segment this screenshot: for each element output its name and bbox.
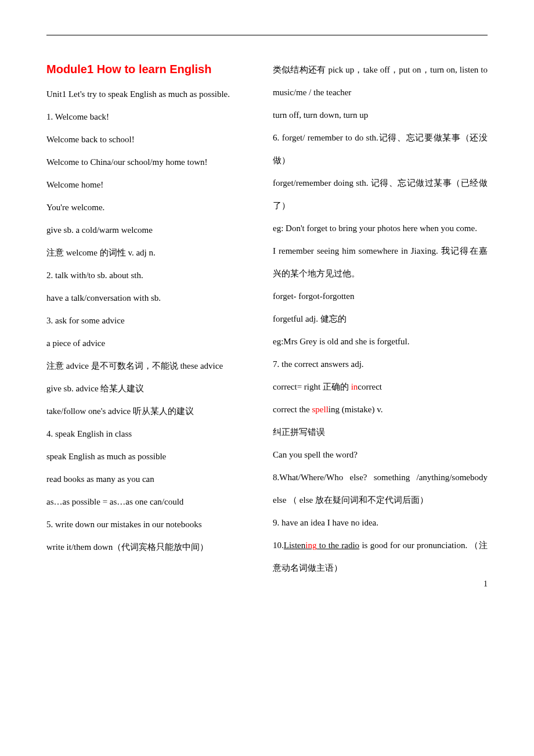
span-line: 类似结构还有 pick up，take off，put on，turn on, … — [273, 59, 488, 104]
body-line: eg: Don't forget to bring your photos he… — [273, 217, 488, 240]
body-line: read books as many as you can — [46, 468, 261, 491]
content-columns: Module1 How to learn English Unit1 Let's… — [46, 59, 488, 579]
body-line: as…as possible = as…as one can/could — [46, 491, 261, 513]
body-line: You're welcome. — [46, 196, 261, 219]
body-line: I remember seeing him somewhere in Jiaxi… — [273, 240, 488, 285]
body-line: a piece of advice — [46, 332, 261, 355]
body-line: 注意 welcome 的词性 v. adj n. — [46, 242, 261, 264]
line-correct: correct= right 正确的 incorrect — [273, 376, 488, 398]
body-line: give sb. a cold/warm welcome — [46, 219, 261, 242]
body-line: forget/remember doing sth. 记得、忘记做过某事（已经做… — [273, 172, 488, 217]
column-2-content-b: 纠正拼写错误 Can you spell the word?8.What/Whe… — [273, 421, 488, 534]
body-line: 注意 advice 是不可数名词，不能说 these advice — [46, 355, 261, 377]
highlight-spell: spell — [312, 405, 328, 414]
underline-listen: Listening to the radio — [284, 541, 359, 550]
body-line: eg:Mrs Grey is old and she is forgetful. — [273, 330, 488, 353]
top-rule — [46, 35, 488, 35]
line-listen: 10.Listening to the radio is good for ou… — [273, 534, 488, 579]
body-line: take/follow one's advice 听从某人的建议 — [46, 400, 261, 423]
body-line: 5. write down our mistakes in our notebo… — [46, 513, 261, 536]
body-line: have a talk/conversation with sb. — [46, 287, 261, 309]
body-line: Welcome back to school! — [46, 128, 261, 151]
page: Module1 How to learn English Unit1 Let's… — [0, 0, 534, 603]
body-line: 2. talk with/to sb. about sth. — [46, 264, 261, 287]
text: correct= right 正确的 — [273, 382, 351, 391]
body-line: Unit1 Let's try to speak English as much… — [46, 83, 261, 106]
body-line: 9. have an idea I have no idea. — [273, 512, 488, 534]
text: ing (mistake) v. — [329, 405, 383, 414]
module-title: Module1 How to learn English — [46, 59, 261, 80]
text: correct — [358, 382, 382, 391]
body-line: forget- forgot-forgotten — [273, 285, 488, 308]
body-line: 4. speak English in class — [46, 423, 261, 445]
body-line: Can you spell the word? — [273, 444, 488, 466]
highlight-ing: ing — [305, 541, 316, 550]
body-line: 6. forget/ remember to do sth.记得、忘记要做某事（… — [273, 127, 488, 172]
line-spell: correct the spelling (mistake) v. — [273, 398, 488, 421]
body-line: Welcome to China/our school/my home town… — [46, 151, 261, 174]
body-line: 1. Welcome back! — [46, 106, 261, 128]
body-line: 纠正拼写错误 — [273, 421, 488, 444]
text: 10. — [273, 541, 284, 550]
body-line: forgetful adj. 健忘的 — [273, 308, 488, 330]
body-line: 7. the correct answers adj. — [273, 353, 488, 376]
body-line: 8.What/Where/Who else? something /anythi… — [273, 466, 488, 512]
col2-prefix: turn off, turn down, turn up — [273, 104, 488, 127]
page-number: 1 — [484, 579, 488, 589]
body-line: write it/them down（代词宾格只能放中间） — [46, 536, 261, 559]
column-2-content-a: 6. forget/ remember to do sth.记得、忘记要做某事（… — [273, 127, 488, 376]
body-line: 3. ask for some advice — [46, 309, 261, 332]
body-line: speak English as much as possible — [46, 445, 261, 468]
body-line: Welcome home! — [46, 174, 261, 196]
highlight-in: in — [351, 382, 358, 391]
column-1-content: Unit1 Let's try to speak English as much… — [46, 83, 261, 559]
text: correct the — [273, 405, 312, 414]
body-line: give sb. advice 给某人建议 — [46, 377, 261, 400]
